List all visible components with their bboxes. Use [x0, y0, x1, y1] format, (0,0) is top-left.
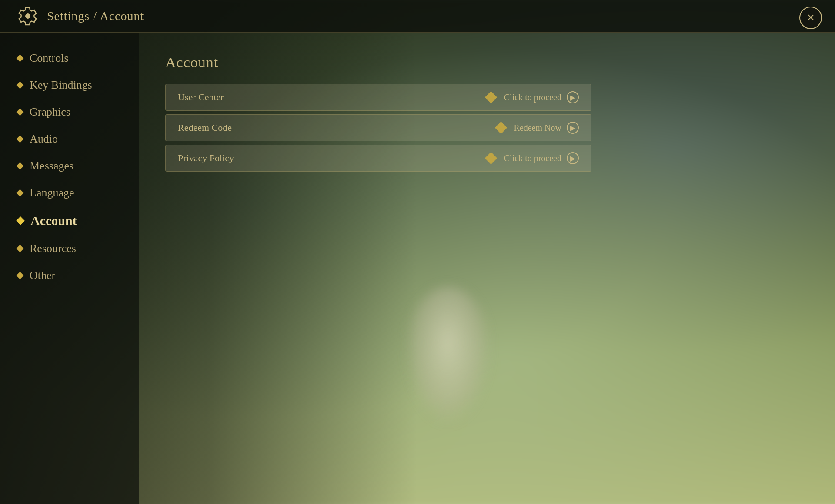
sidebar-item-audio[interactable]: Audio	[9, 126, 130, 152]
gear-icon	[17, 6, 38, 27]
privacy-policy-arrow-icon: ▶	[567, 152, 579, 164]
sidebar-label-other: Other	[30, 269, 55, 282]
user-center-diamond-icon	[487, 93, 495, 102]
sidebar-item-controls[interactable]: Controls	[9, 46, 130, 71]
redeem-code-arrow-icon: ▶	[567, 122, 579, 134]
sidebar-item-messages[interactable]: Messages	[9, 153, 130, 179]
sidebar-item-resources[interactable]: Resources	[9, 236, 130, 261]
sidebar-item-other[interactable]: Other	[9, 263, 130, 288]
bullet-icon-other	[17, 272, 24, 279]
user-center-arrow-icon: ▶	[567, 91, 579, 103]
close-button[interactable]: ✕	[799, 7, 822, 29]
user-center-label: User Center	[178, 92, 478, 103]
privacy-policy-action: Click to proceed	[504, 153, 561, 163]
privacy-policy-diamond-icon	[487, 154, 495, 162]
bullet-icon-language	[17, 189, 24, 197]
diamond-shape-3	[485, 152, 497, 164]
redeem-code-diamond-icon	[497, 123, 505, 132]
settings-panel: Settings / Account ✕ Controls Key Bindin…	[0, 0, 835, 504]
sidebar-item-language[interactable]: Language	[9, 180, 130, 206]
sidebar-item-graphics[interactable]: Graphics	[9, 99, 130, 125]
bullet-icon-graphics	[17, 109, 24, 116]
sidebar-label-graphics: Graphics	[30, 106, 70, 119]
privacy-policy-row[interactable]: Privacy Policy Click to proceed ▶	[165, 145, 591, 172]
sidebar-label-resources: Resources	[30, 242, 76, 255]
redeem-code-label: Redeem Code	[178, 122, 488, 133]
main-content: Account User Center Click to proceed ▶ R…	[139, 33, 835, 504]
diamond-shape	[485, 91, 497, 103]
user-center-row[interactable]: User Center Click to proceed ▶	[165, 84, 591, 111]
settings-rows: User Center Click to proceed ▶ Redeem Co…	[165, 84, 591, 172]
bullet-icon-account	[16, 216, 25, 225]
bullet-icon-messages	[17, 162, 24, 170]
bullet-icon-key-bindings	[17, 82, 24, 89]
privacy-policy-label: Privacy Policy	[178, 153, 478, 164]
sidebar-label-messages: Messages	[30, 159, 73, 172]
bullet-icon-audio	[17, 136, 24, 143]
bullet-icon-controls	[17, 55, 24, 62]
header-title: Settings / Account	[47, 9, 144, 23]
sidebar-label-language: Language	[30, 186, 74, 199]
sidebar-item-account[interactable]: Account	[9, 207, 130, 234]
user-center-action: Click to proceed	[504, 93, 561, 103]
redeem-code-action: Redeem Now	[514, 123, 561, 133]
sidebar-label-key-bindings: Key Bindings	[30, 79, 92, 92]
content: Controls Key Bindings Graphics Audio Mes…	[0, 33, 835, 504]
header: Settings / Account ✕	[0, 0, 835, 33]
sidebar: Controls Key Bindings Graphics Audio Mes…	[0, 33, 139, 504]
section-title: Account	[165, 54, 809, 71]
bullet-icon-resources	[17, 245, 24, 252]
redeem-code-row[interactable]: Redeem Code Redeem Now ▶	[165, 114, 591, 141]
sidebar-label-account: Account	[30, 213, 77, 228]
sidebar-item-key-bindings[interactable]: Key Bindings	[9, 73, 130, 98]
diamond-shape-2	[494, 122, 507, 134]
sidebar-label-audio: Audio	[30, 133, 58, 146]
sidebar-label-controls: Controls	[30, 52, 69, 65]
